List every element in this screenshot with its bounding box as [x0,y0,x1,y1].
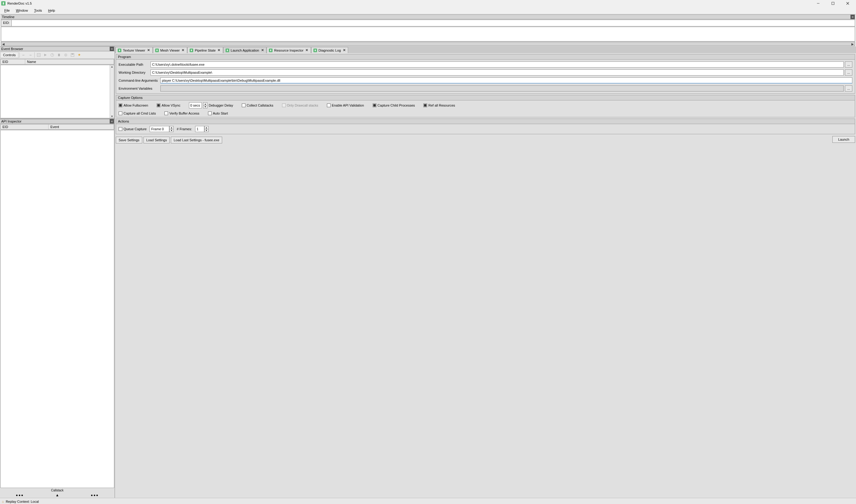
api-inspector-close-button[interactable]: ✕ [110,119,114,124]
event-browser-panel: Event Browser ✕ Controls ← → ★ EID Name [0,47,114,119]
working-dir-input[interactable] [150,69,844,75]
event-browser-vscroll[interactable]: ▲▼ [110,65,114,118]
arrow-right-icon[interactable]: → [27,52,34,58]
event-browser-controls-button[interactable]: Controls [0,52,18,58]
capture-all-cmd-lists-checkbox[interactable]: Capture all Cmd Lists [119,111,156,115]
tab-close-icon[interactable]: ✕ [147,49,150,52]
debugger-delay-input[interactable] [189,102,202,108]
menu-window[interactable]: Window [13,8,31,13]
launch-button[interactable]: Launch [832,136,855,143]
load-settings-button[interactable]: Load Settings [143,137,170,143]
queue-capture-checkbox[interactable]: Queue Capture [119,127,146,131]
allow-vsync-checkbox[interactable]: Allow VSync [157,104,180,107]
tab-launch-application[interactable]: Launch Application ✕ [224,47,266,53]
scroll-down-icon[interactable]: ▼ [110,115,114,118]
env-vars-browse-button[interactable]: ... [845,85,852,91]
svg-rect-18 [119,50,120,51]
api-inspector-col-eid[interactable]: EID [1,124,49,129]
window-minimize-button[interactable] [814,0,823,6]
api-inspector-col-event[interactable]: Event [49,124,114,129]
timeline-scroll-right-icon[interactable]: ▶ [851,42,855,46]
collect-callstacks-checkbox[interactable]: Collect Callstacks [242,104,273,107]
tab-mesh-viewer[interactable]: Mesh Viewer ✕ [153,47,187,53]
exe-path-input[interactable] [150,61,844,68]
tab-close-icon[interactable]: ✕ [305,49,309,52]
queue-capture-frame-input[interactable] [150,126,169,132]
svg-point-23 [227,49,228,50]
ref-all-resources-checkbox[interactable]: Ref all Resources [423,104,455,107]
spinner-down-icon[interactable]: ▼ [204,129,208,132]
auto-start-checkbox[interactable]: Auto Start [208,111,228,115]
spinner-up-icon[interactable]: ▲ [203,103,207,106]
tab-texture-viewer[interactable]: Texture Viewer ✕ [115,47,153,53]
num-frames-spinner[interactable]: ▲▼ [204,126,209,132]
star-icon[interactable]: ★ [76,52,83,58]
exe-path-browse-button[interactable]: ... [845,61,852,68]
working-dir-browse-button[interactable]: ... [845,69,852,75]
tab-close-icon[interactable]: ✕ [181,49,185,52]
enable-api-validation-checkbox[interactable]: Enable API Validation [327,104,364,107]
tab-close-icon[interactable]: ✕ [261,49,264,52]
svg-point-19 [156,49,157,50]
timeline-eid-input[interactable] [12,20,855,26]
tab-diagnostic-log[interactable]: Diagnostic Log ✕ [311,47,349,53]
callstack-label: Callstack [0,488,114,492]
caret-up-icon: ▲ [56,493,59,497]
event-browser-close-button[interactable]: ✕ [110,47,114,51]
tab-close-icon[interactable]: ✕ [342,49,346,52]
event-browser-col-eid[interactable]: EID [1,59,25,64]
cmd-args-input[interactable] [160,77,852,84]
verify-buffer-access-checkbox[interactable]: Verify Buffer Access [164,111,199,115]
marker-icon[interactable] [56,52,63,58]
menu-help[interactable]: Help [45,8,58,13]
svg-rect-1 [3,4,4,5]
svg-rect-28 [315,50,316,51]
left-column: Event Browser ✕ Controls ← → ★ EID Name [0,47,115,498]
env-vars-label: Environment Variables [119,87,159,90]
gear-icon[interactable] [63,52,69,58]
window-close-button[interactable] [843,0,852,6]
timeline-hscroll[interactable]: ◀ ▶ [1,42,855,46]
arrow-left-icon[interactable]: ← [20,52,27,58]
spinner-up-icon[interactable]: ▲ [170,126,173,129]
callstack-expander[interactable]: ●●● ▲ ●●● [0,492,114,498]
menu-file[interactable]: File [1,8,13,13]
svg-point-27 [315,49,316,50]
cmd-args-label: Command-line Arguments [119,79,159,82]
timeline-scroll-left-icon[interactable]: ◀ [1,42,5,46]
dots-icon: ●●● [16,493,24,497]
flag-icon[interactable] [42,52,49,58]
menu-tools[interactable]: Tools [31,8,45,13]
tab-resource-inspector[interactable]: Resource Inspector ✕ [267,47,310,53]
event-browser-title-bar: Event Browser ✕ [0,47,114,51]
title-bar: RenderDoc v1.5 [0,0,856,7]
allow-fullscreen-checkbox[interactable]: Allow Fullscreen [119,104,148,107]
debugger-delay-spinner[interactable]: ▲▼ [203,102,208,108]
window-maximize-button[interactable] [828,0,838,6]
spinner-up-icon[interactable]: ▲ [204,126,208,129]
capture-child-processes-checkbox[interactable]: Capture Child Processes [373,104,415,107]
timeline-body[interactable] [1,27,855,41]
event-browser-col-name[interactable]: Name [25,59,114,64]
tab-icon [118,49,121,52]
tab-pipeline-state[interactable]: Pipeline State ✕ [188,47,223,53]
tab-icon [190,49,193,52]
save-settings-button[interactable]: Save Settings [116,137,142,143]
find-icon[interactable] [35,52,42,58]
env-vars-input[interactable] [160,85,844,91]
clock-icon[interactable] [49,52,56,58]
tab-close-icon[interactable]: ✕ [217,49,221,52]
queue-capture-spinner[interactable]: ▲▼ [169,126,174,132]
event-browser-body: ▲▼ [0,65,114,118]
save-icon[interactable] [69,52,76,58]
spinner-down-icon[interactable]: ▼ [203,106,207,108]
scroll-up-icon[interactable]: ▲ [110,65,114,68]
spinner-down-icon[interactable]: ▼ [170,129,173,132]
timeline-close-button[interactable]: ✕ [851,15,855,19]
tab-label: Diagnostic Log [319,49,341,52]
num-frames-input[interactable] [195,126,204,132]
tab-label: Pipeline State [195,49,216,52]
load-last-settings-button[interactable]: Load Last Settings - fusee.exe [171,137,222,143]
dots-icon: ●●● [91,493,99,497]
exe-path-label: Executable Path [119,62,149,66]
